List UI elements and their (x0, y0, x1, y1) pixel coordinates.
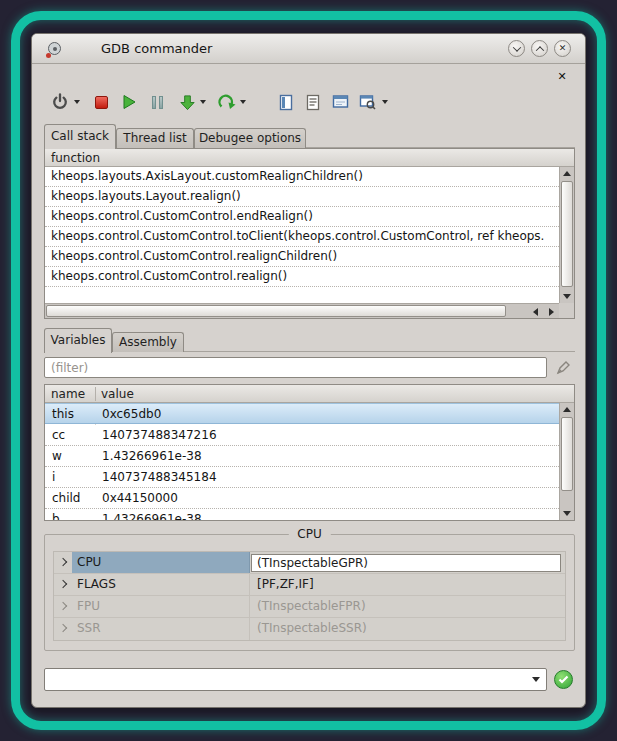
list-document-icon (305, 94, 321, 111)
cpu-groupbox-title: CPU (288, 527, 330, 541)
cpu-value-editor[interactable]: (TInspectableGPR) (251, 554, 561, 572)
message-list-button[interactable] (300, 89, 326, 115)
callstack-header-row: function (45, 149, 574, 167)
scrollbar-thumb[interactable] (561, 181, 573, 287)
filter-input[interactable] (44, 357, 547, 378)
dock-close-button[interactable]: ✕ (555, 69, 569, 83)
play-icon (121, 94, 137, 110)
cpu-groupbox: CPU CPU (TInspectableGPR) FLAGS [PF,ZF,I… (44, 534, 575, 651)
callstack-row[interactable]: kheops.control.CustomControl.toClient(kh… (45, 227, 559, 247)
debug-toolbar (32, 87, 585, 119)
stop-button[interactable] (88, 89, 114, 115)
variable-row[interactable]: i 140737488345184 (45, 467, 561, 488)
confirm-button[interactable] (554, 670, 573, 689)
column-header-name[interactable]: name (45, 386, 95, 402)
scrollbar-thumb[interactable] (46, 305, 506, 317)
scroll-down-button[interactable] (560, 507, 574, 520)
watch-window-button[interactable] (327, 89, 353, 115)
close-button[interactable]: ✕ (554, 40, 571, 57)
monitor-icon (332, 94, 349, 110)
step-into-menu-chevron-icon[interactable] (200, 100, 206, 104)
tab-debugee-options[interactable]: Debugee options (194, 128, 306, 148)
variable-row[interactable]: cc 140737488347216 (45, 425, 561, 446)
arrow-left-icon (533, 308, 538, 316)
tab-thread-list[interactable]: Thread list (116, 128, 194, 148)
tab-assembly[interactable]: Assembly (112, 332, 184, 352)
cpu-row-gpr[interactable]: CPU (TInspectableGPR) (54, 552, 565, 574)
filter-field-wrap (44, 357, 547, 378)
callstack-row[interactable]: kheops.control.CustomControl.realign() (45, 267, 559, 287)
callstack-horizontal-scrollbar[interactable] (45, 303, 559, 318)
variables-table: name value this 0xc65db0 cc 140737488347… (44, 384, 575, 521)
power-menu-chevron-icon[interactable] (74, 100, 80, 104)
expand-chevron-icon[interactable] (59, 624, 67, 632)
window-search-icon (359, 94, 376, 110)
tab-variables[interactable]: Variables (44, 328, 112, 353)
callstack-row[interactable]: kheops.layouts.Layout.realign() (45, 187, 559, 207)
command-input[interactable] (45, 669, 525, 690)
desktop-background: { "titlebar": { "title": "GDB commander"… (0, 0, 617, 741)
column-header-value[interactable]: value (95, 386, 134, 402)
power-button[interactable] (47, 89, 73, 115)
chevron-down-icon (512, 43, 520, 51)
chevron-up-icon (535, 46, 543, 54)
tab-call-stack[interactable]: Call stack (44, 124, 116, 149)
scroll-up-button[interactable] (560, 403, 574, 416)
step-into-button[interactable] (174, 89, 200, 115)
pause-button[interactable] (144, 89, 170, 115)
scrollbar-thumb[interactable] (561, 417, 573, 491)
pen-icon (555, 360, 571, 376)
variable-row[interactable]: b 1.43266961e-38 (45, 509, 561, 521)
expand-chevron-icon[interactable] (59, 558, 67, 566)
arrow-right-icon (549, 308, 554, 316)
scroll-right-button[interactable] (544, 305, 559, 318)
callstack-table: function kheops.layouts.AxisLayout.custo… (44, 148, 575, 319)
command-combobox (44, 668, 547, 691)
variable-row-selected[interactable]: this 0xc65db0 (45, 403, 561, 424)
arrow-up-icon (563, 171, 571, 176)
chevron-down-icon (532, 677, 540, 682)
filter-options-button[interactable] (553, 358, 573, 378)
step-into-icon (179, 94, 196, 111)
cpu-register-tree: CPU (TInspectableGPR) FLAGS [PF,ZF,IF] F… (53, 551, 566, 641)
check-icon (558, 675, 569, 684)
titlebar: GDB commander ✕ (32, 34, 585, 64)
expand-chevron-icon[interactable] (59, 602, 67, 610)
pause-icon (152, 96, 163, 109)
app-icon[interactable] (46, 40, 64, 58)
inspector-button[interactable] (354, 89, 380, 115)
shade-button[interactable] (508, 40, 525, 57)
scrollbar-corner (559, 303, 574, 318)
maximize-button[interactable] (531, 40, 548, 57)
column-header-function[interactable]: function (45, 150, 100, 166)
inspector-menu-chevron-icon[interactable] (382, 100, 388, 104)
callstack-vertical-scrollbar[interactable] (559, 167, 574, 303)
window-title: GDB commander (101, 41, 212, 56)
step-over-menu-chevron-icon[interactable] (240, 100, 246, 104)
power-icon (51, 93, 69, 111)
cpu-row-fpu[interactable]: FPU (TInspectableFPR) (54, 596, 565, 618)
variables-vertical-scrollbar[interactable] (559, 403, 574, 520)
cpu-row-ssr[interactable]: SSR (TInspectableSSR) (54, 618, 565, 640)
gdb-commander-window: GDB commander ✕ ✕ (31, 33, 586, 708)
arrow-up-icon (563, 407, 571, 412)
run-button[interactable] (116, 89, 142, 115)
variable-row[interactable]: w 1.43266961e-38 (45, 446, 561, 467)
callstack-row[interactable]: kheops.control.CustomControl.realignChil… (45, 247, 559, 267)
step-over-button[interactable] (214, 89, 240, 115)
variable-row[interactable]: child 0x44150000 (45, 488, 561, 509)
source-document-button[interactable] (273, 89, 299, 115)
callstack-row[interactable]: kheops.layouts.AxisLayout.customRealignC… (45, 167, 559, 187)
variables-header-row: name value (45, 385, 574, 403)
step-over-icon (218, 93, 236, 111)
callstack-row[interactable]: kheops.control.CustomControl.endRealign(… (45, 207, 559, 227)
cpu-row-flags[interactable]: FLAGS [PF,ZF,IF] (54, 574, 565, 596)
arrow-down-icon (563, 294, 571, 299)
combobox-dropdown-button[interactable] (525, 669, 546, 690)
expand-chevron-icon[interactable] (59, 580, 67, 588)
stop-icon (95, 96, 108, 109)
scroll-down-button[interactable] (560, 290, 574, 303)
scroll-up-button[interactable] (560, 167, 574, 180)
document-icon (278, 94, 294, 111)
scroll-left-button[interactable] (528, 305, 543, 318)
